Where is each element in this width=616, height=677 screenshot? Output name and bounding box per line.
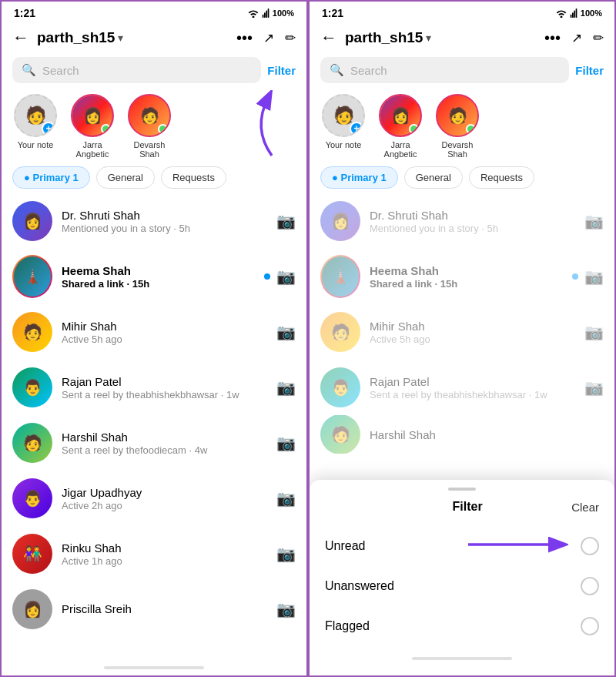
radio-flagged[interactable] xyxy=(581,617,599,635)
more-icon-right[interactable]: ••• xyxy=(544,29,561,47)
tab-primary-left[interactable]: ● Primary 1 xyxy=(12,166,90,189)
conv-item-harshil-left[interactable]: 🧑 Harshil Shah Sent a reel by thefoodiec… xyxy=(2,415,306,471)
header-left: ← parth_sh15 ▾ ••• ↗ ✏ xyxy=(2,23,306,54)
filter-button-left[interactable]: Filter xyxy=(267,64,296,77)
back-button-right[interactable]: ← xyxy=(320,28,337,48)
story-add-icon-right: + xyxy=(350,122,363,136)
wifi-icon xyxy=(248,8,259,18)
search-input-left[interactable]: 🔍 Search xyxy=(12,57,261,83)
camera-icon-rajan-left[interactable]: 📷 xyxy=(276,378,296,397)
filter-handle xyxy=(448,488,476,491)
filter-option-flagged[interactable]: Flagged xyxy=(310,606,614,646)
svg-rect-3 xyxy=(268,8,270,18)
conv-item-heema-left[interactable]: 🗼 Heema Shah Shared a link · 15h 📷 xyxy=(2,249,306,304)
conv-right-jigar-left: 📷 xyxy=(276,489,296,508)
conv-sub-shruti-left: Mentioned you in a story · 5h xyxy=(62,223,267,234)
filter-button-right[interactable]: Filter xyxy=(575,64,604,77)
story-item-devarsh-right[interactable]: 🧑 Devarsh Shah xyxy=(434,94,480,159)
conv-right-shruti-left: 📷 xyxy=(276,212,296,230)
conv-right-priscilla-left: 📷 xyxy=(276,600,296,618)
conv-item-rajan-left[interactable]: 👨 Rajan Patel Sent a reel by theabhishek… xyxy=(2,360,306,415)
search-icon-left: 🔍 xyxy=(22,63,36,77)
conv-sub-heema-left: Shared a link · 15h xyxy=(62,278,255,290)
your-note-label-right: Your note xyxy=(326,140,362,149)
story-item-jarra-right[interactable]: 👩 Jarra Angbetic xyxy=(377,94,424,159)
status-bar-right: 1:21 100% xyxy=(310,2,614,23)
conv-avatar-harshil-left: 🧑 xyxy=(12,423,52,463)
tab-general-left[interactable]: General xyxy=(96,166,155,189)
conv-name-rajan-left: Rajan Patel xyxy=(62,375,267,388)
conv-sub-harshil-left: Sent a reel by thefoodiecam · 4w xyxy=(62,444,267,456)
right-panel: 1:21 100% ← parth_sh15 ▾ ••• ↗ ✏ 🔍 xyxy=(308,0,616,677)
conv-right-heema-left: 📷 xyxy=(264,267,296,286)
radio-unanswered[interactable] xyxy=(581,577,599,595)
username-right: parth_sh15 xyxy=(345,29,423,46)
camera-icon-rinku-left[interactable]: 📷 xyxy=(276,545,296,563)
camera-icon-heema-left[interactable]: 📷 xyxy=(276,267,296,286)
filter-header: Filter Clear xyxy=(310,500,614,526)
camera-icon-harshil-left[interactable]: 📷 xyxy=(276,434,296,452)
back-button-left[interactable]: ← xyxy=(12,28,29,48)
filter-option-unread[interactable]: Unread xyxy=(310,526,614,566)
filter-clear-button[interactable]: Clear xyxy=(571,501,599,514)
conv-info-jigar-left: Jigar Upadhyay Active 2h ago xyxy=(62,486,267,511)
camera-icon-priscilla-left[interactable]: 📷 xyxy=(276,600,296,618)
tab-requests-left[interactable]: Requests xyxy=(161,166,226,189)
conv-item-shruti-left[interactable]: 👩 Dr. Shruti Shah Mentioned you in a sto… xyxy=(2,193,306,249)
story-item-devarsh-left[interactable]: 🧑 Devarsh Shah xyxy=(126,94,172,159)
conv-list-left: 👩 Dr. Shruti Shah Mentioned you in a sto… xyxy=(2,193,306,662)
username-area-right[interactable]: parth_sh15 ▾ xyxy=(345,29,538,46)
more-icon-left[interactable]: ••• xyxy=(236,29,253,47)
conv-avatar-heema-left: 🗼 xyxy=(12,256,52,297)
conv-avatar-mihir-left: 🧑 xyxy=(12,312,52,352)
conv-item-jigar-left[interactable]: 👨 Jigar Upadhyay Active 2h ago 📷 xyxy=(2,471,306,526)
conv-info-rajan-left: Rajan Patel Sent a reel by theabhishekbh… xyxy=(62,375,267,401)
filter-option-unread-label: Unread xyxy=(325,539,365,553)
conv-avatar-shruti-left: 👩 xyxy=(12,201,52,241)
story-item-your-note-left[interactable]: 🧑 + Your note xyxy=(12,94,59,149)
svg-rect-8 xyxy=(576,8,578,18)
conv-item-mihir-left[interactable]: 🧑 Mihir Shah Active 5h ago 📷 xyxy=(2,304,306,360)
username-area-left[interactable]: parth_sh15 ▾ xyxy=(37,29,230,46)
conv-sub-rajan-left: Sent a reel by theabhishekbhawsar · 1w xyxy=(62,389,267,401)
conv-name-shruti-left: Dr. Shruti Shah xyxy=(62,209,267,222)
conv-info-heema-left: Heema Shah Shared a link · 15h xyxy=(62,264,255,290)
filter-option-unanswered[interactable]: Unanswered xyxy=(310,566,614,606)
camera-icon-shruti-left[interactable]: 📷 xyxy=(276,212,296,230)
conv-right-rajan-left: 📷 xyxy=(276,378,296,397)
camera-icon-mihir-left[interactable]: 📷 xyxy=(276,323,296,341)
filter-option-unanswered-label: Unanswered xyxy=(325,579,394,593)
compose-icon-left[interactable]: ✏ xyxy=(285,30,296,46)
conv-item-rinku-left[interactable]: 👫 Rinku Shah Active 1h ago 📷 xyxy=(2,526,306,581)
tab-primary-right[interactable]: ● Primary 1 xyxy=(320,166,398,189)
story-item-your-note-right[interactable]: 🧑 + Your note xyxy=(320,94,367,149)
filter-panel: Filter Clear Unread Unanswered xyxy=(310,480,614,675)
dropdown-icon-left: ▾ xyxy=(118,32,123,44)
online-dot-devarsh xyxy=(158,124,168,134)
devarsh-avatar-left: 🧑 xyxy=(128,94,171,137)
story-item-jarra-left[interactable]: 👩 Jarra Angbetic xyxy=(69,94,116,159)
tab-general-right[interactable]: General xyxy=(404,166,463,189)
trending-icon-left[interactable]: ↗ xyxy=(263,30,274,46)
conv-right-harshil-left: 📷 xyxy=(276,434,296,452)
svg-rect-0 xyxy=(263,15,264,18)
trending-icon-right[interactable]: ↗ xyxy=(571,30,582,46)
compose-icon-right[interactable]: ✏ xyxy=(593,30,604,46)
your-note-avatar-left: 🧑 + xyxy=(14,94,57,137)
time-left: 1:21 xyxy=(14,7,35,19)
camera-icon-jigar-left[interactable]: 📷 xyxy=(276,489,296,508)
search-row-left: 🔍 Search Filter xyxy=(2,54,306,89)
conv-name-rinku-left: Rinku Shah xyxy=(62,541,267,555)
tab-requests-right[interactable]: Requests xyxy=(469,166,534,189)
online-dot-jarra-right xyxy=(409,124,419,134)
jarra-label-right: Jarra Angbetic xyxy=(377,140,424,159)
radio-unread[interactable] xyxy=(581,537,599,555)
conv-info-harshil-left: Harshil Shah Sent a reel by thefoodiecam… xyxy=(62,431,267,456)
conv-info-rinku-left: Rinku Shah Active 1h ago xyxy=(62,541,267,567)
search-input-right[interactable]: 🔍 Search xyxy=(320,57,569,83)
conv-item-priscilla-left[interactable]: 👩 Priscilla Sreih 📷 xyxy=(2,581,306,637)
conv-right-mihir-left: 📷 xyxy=(276,323,296,341)
header-right: ← parth_sh15 ▾ ••• ↗ ✏ xyxy=(310,23,614,54)
conv-name-mihir-left: Mihir Shah xyxy=(62,320,267,333)
status-bar-left: 1:21 100% xyxy=(2,2,306,23)
